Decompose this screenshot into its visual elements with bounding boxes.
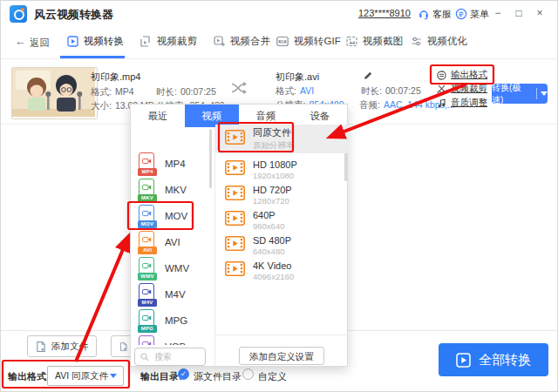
edit-pencil-icon[interactable] [363,69,373,84]
audio-adjust-link[interactable]: 音质调整 [437,97,487,109]
m4v-file-icon: M4V [138,283,157,307]
play-icon [456,353,471,368]
format-item-mpg[interactable]: MPG MPG [138,308,213,334]
menu-icon[interactable] [455,8,467,20]
document-plus-icon [119,341,128,353]
vob-file-icon: VOB [138,335,157,346]
filmstrip-icon [225,186,245,204]
tab-video-merge[interactable]: 视频合并 [214,35,270,48]
service-link[interactable]: 客服 [432,8,452,21]
account-link[interactable]: 123****8910 [358,8,411,18]
tab-video-optimize[interactable]: 视频优化 [411,35,467,48]
mov-file-icon: MOV [138,205,157,228]
shuffle-icon [230,81,249,98]
video-crop-link[interactable]: 视频裁剪 [437,83,487,95]
app-logo-icon [10,5,27,23]
radio-source-dir-label[interactable]: 源文件目录 [194,370,242,383]
format-item-vob[interactable]: VOB VOB [138,334,213,345]
filmstrip-icon [225,261,245,280]
radio-custom-dir-label[interactable]: 自定义 [258,370,287,383]
output-dir-label: 输出目录: [140,370,182,383]
filmstrip-icon [225,236,245,254]
active-tab-underline [60,56,125,58]
format-list: MP4 MP4 MKV MKV MOV MOV AVI AVI WMV WMV … [131,127,214,345]
panel-tab-recent[interactable]: 最近 [131,105,185,127]
preset-hd-1080p[interactable]: HD 1080P1920x1080 [215,157,349,182]
video-thumbnail [11,67,98,119]
scissors-icon [437,84,446,94]
minimize-button[interactable]: − [491,7,505,19]
search-input[interactable] [153,351,198,362]
filmstrip-icon [225,160,245,179]
headset-icon[interactable] [418,8,430,20]
chevron-down-icon [110,374,117,378]
tab-video-crop[interactable]: 视频裁剪 [140,35,197,48]
filmstrip-icon [225,130,245,148]
avi-file-icon: AVI [138,231,157,254]
format-item-mkv[interactable]: MKV MKV [138,177,213,203]
merge-icon [214,36,225,47]
format-item-m4v[interactable]: M4V M4V [138,281,213,308]
svg-text:GIF: GIF [280,40,285,44]
maximize-button[interactable]: □ [512,7,526,19]
search-box[interactable] [134,348,206,366]
preset-hd-720p[interactable]: HD 720P1280x720 [215,182,349,207]
nav-bar: ← 返回 视频转换 视频裁剪 视频合并 GIF 视频转GIF 视频截图 视频优化 [1,27,558,59]
output-format: 格式:AVI [276,85,314,98]
source-format: 格式:MP4 [91,86,134,98]
radio-custom-dir[interactable] [242,368,254,380]
radio-source-dir[interactable]: ✓ [178,368,189,380]
filmstrip-icon [225,211,245,229]
output-format-label: 输出格式: [8,370,50,383]
format-list-scrollbar[interactable] [209,129,212,188]
tab-video-to-gif[interactable]: GIF 视频转GIF [276,35,341,48]
convert-all-button[interactable]: 全部转换 [439,343,548,376]
tab-video-screenshot[interactable]: 视频截图 [346,35,403,48]
preset-sd-480p[interactable]: SD 480P640x480 [215,233,349,258]
mpg-file-icon: MPG [138,309,157,333]
titlebar: 风云视频转换器 123****8910 客服 菜单 − □ × [1,1,558,27]
output-format-icon [437,71,446,80]
add-file-button[interactable]: 添加文件 [27,335,97,357]
mp4-file-icon: MP4 [138,152,157,176]
preset-640p[interactable]: 640P960x640 [215,207,349,233]
convert-fast-button[interactable]: 转换(极速) [492,84,548,104]
output-duration: 时长:00:07:25 [361,85,421,98]
preset-same-as-source[interactable]: 同原文件原始分辨率 [215,125,349,153]
document-plus-icon [36,341,46,353]
app-window: 风云视频转换器 123****8910 客服 菜单 − □ × ← 返回 视频转… [0,0,558,392]
tab-video-convert[interactable]: 视频转换 [67,35,124,48]
sliders-icon [411,36,422,47]
back-arrow-icon[interactable]: ← [15,35,26,48]
format-dropdown-panel: 最近 视频 音频 设备 MP4 MP4 MKV MKV MOV MOV AVI … [130,104,348,367]
output-format-select[interactable]: AVI 同原文件 [47,366,124,386]
output-format-link[interactable]: 输出格式 [437,69,487,81]
format-item-mp4[interactable]: MP4 MP4 [138,151,213,177]
search-icon [140,353,149,362]
format-item-wmv[interactable]: WMV WMV [138,255,213,281]
gif-icon: GIF [276,36,289,47]
wmv-file-icon: WMV [138,257,157,280]
mkv-file-icon: MKV [138,179,157,202]
add-custom-settings-button[interactable]: 添加自定义设置 [239,347,324,365]
crop-icon [140,36,152,47]
convert-icon [67,36,78,47]
format-item-mov[interactable]: MOV MOV [138,203,213,229]
preset-4k-video[interactable]: 4K Video4096x2160 [215,258,349,283]
format-item-avi[interactable]: AVI AVI [138,229,213,255]
panel-bottom-divider [214,335,349,335]
close-button[interactable]: × [533,7,547,19]
screenshot-icon [346,36,357,47]
chevron-down-icon[interactable] [541,91,548,96]
music-note-icon [437,98,446,108]
menu-link[interactable]: 菜单 [470,8,489,21]
output-file-name: 初印象.avi [276,71,319,84]
app-title: 风云视频转换器 [34,7,113,23]
source-file-name: 初印象.mp4 [91,71,140,84]
back-button[interactable]: 返回 [30,37,50,50]
source-duration: 时长:00:07:25 [156,86,216,98]
